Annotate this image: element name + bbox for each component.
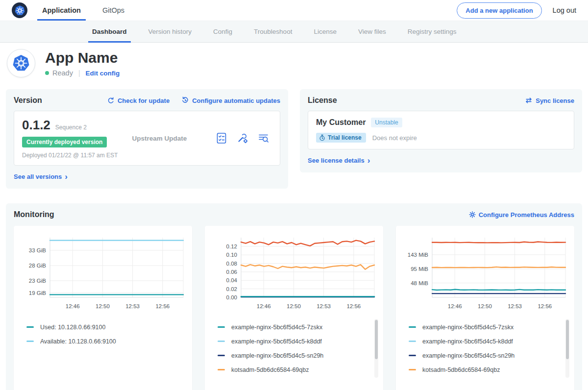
page-title: App Name xyxy=(45,49,120,66)
charts-row: 12:4612:5012:5312:5633 GiB28 GiB23 GiB19… xyxy=(14,226,574,390)
update-type-label: Upstream Update xyxy=(132,135,215,142)
legend-item: example-nginx-5bc6f5d4c5-k8ddf xyxy=(409,334,569,348)
status-text: Ready xyxy=(52,69,73,77)
svg-text:12:46: 12:46 xyxy=(257,303,271,309)
legend-swatch xyxy=(218,341,225,342)
configure-prometheus-link[interactable]: Configure Prometheus Address xyxy=(469,211,574,219)
config-wrench-icon[interactable] xyxy=(236,132,249,145)
subnav-tab-config[interactable]: Config xyxy=(202,21,243,42)
current-version-box: 0.1.2 Sequence 2 Currently deployed vers… xyxy=(14,111,280,166)
legend-label: example-nginx-5bc6f5d4c5-k8ddf xyxy=(231,338,322,345)
svg-text:48 MiB: 48 MiB xyxy=(411,280,428,286)
app-header: App Name Ready | Edit config xyxy=(0,43,588,84)
svg-text:12:56: 12:56 xyxy=(155,303,170,309)
version-number: 0.1.2 xyxy=(22,118,50,133)
configure-automatic-updates-link[interactable]: Configure automatic updates xyxy=(181,97,280,104)
svg-text:0.06: 0.06 xyxy=(226,269,237,275)
top-nav-right: Add a new application Log out xyxy=(457,2,576,19)
subnav-tab-registry-settings[interactable]: Registry settings xyxy=(397,21,467,42)
svg-text:12:46: 12:46 xyxy=(66,303,80,309)
legend-label: Used: 10.128.0.66:9100 xyxy=(40,324,105,331)
memory-usage-chart: 12:4612:5012:5312:56143 MiB95 MiB48 MiB xyxy=(401,232,569,313)
svg-text:12:56: 12:56 xyxy=(538,303,552,309)
check-for-update-link[interactable]: Check for update xyxy=(107,97,170,104)
subnav-tab-dashboard[interactable]: Dashboard xyxy=(81,21,138,42)
disk-usage-chart-card: 12:4612:5012:5312:5633 GiB28 GiB23 GiB19… xyxy=(14,226,192,390)
legend-label: example-nginx-5bc6f5d4c5-sn29h xyxy=(231,352,323,359)
legend-swatch xyxy=(409,355,416,356)
see-all-versions-link[interactable]: See all versions› xyxy=(14,173,68,180)
svg-text:0.04: 0.04 xyxy=(226,277,238,283)
cards-row: Version Check for update xyxy=(0,89,588,189)
chevron-right-icon: › xyxy=(368,158,370,163)
deploy-logs-icon[interactable] xyxy=(257,132,270,145)
chevron-right-icon: › xyxy=(65,174,68,179)
logout-link[interactable]: Log out xyxy=(553,6,576,14)
subnav-tab-view-files[interactable]: View files xyxy=(347,21,397,42)
channel-badge: Unstable xyxy=(371,118,402,127)
subnav-tab-license[interactable]: License xyxy=(303,21,347,42)
tab-application[interactable]: Application xyxy=(42,0,81,21)
subnav-tab-version-history[interactable]: Version history xyxy=(138,21,203,42)
legend-swatch xyxy=(218,326,225,328)
legend-scrollbar[interactable] xyxy=(374,319,378,378)
edit-config-link[interactable]: Edit config xyxy=(86,70,120,77)
svg-text:12:50: 12:50 xyxy=(96,303,110,309)
legend-swatch xyxy=(26,341,34,342)
memory-usage-legend: example-nginx-5bc6f5d4c5-7zskxexample-ng… xyxy=(401,320,569,377)
svg-text:28 GiB: 28 GiB xyxy=(29,263,46,268)
see-license-details-link[interactable]: See license details› xyxy=(308,157,370,164)
svg-text:0.12: 0.12 xyxy=(226,244,237,249)
version-card-title: Version xyxy=(14,96,42,105)
version-card: Version Check for update xyxy=(6,89,288,189)
legend-swatch xyxy=(26,326,34,328)
legend-label: kotsadm-5db6dc6584-69qbz xyxy=(422,366,500,373)
subnav-tab-troubleshoot[interactable]: Troubleshoot xyxy=(243,21,303,42)
cpu-usage-chart: 12:4612:5012:5312:560.120.100.080.060.04… xyxy=(210,232,378,313)
license-expiry: Does not expire xyxy=(372,134,417,142)
status-dot-icon xyxy=(45,71,49,75)
app-kubernetes-icon xyxy=(7,49,35,77)
top-nav: Application GitOps Add a new application… xyxy=(0,0,588,21)
svg-text:19 GiB: 19 GiB xyxy=(29,290,46,296)
deployed-badge: Currently deployed version xyxy=(22,137,107,147)
svg-text:12:50: 12:50 xyxy=(478,303,492,309)
add-application-button[interactable]: Add a new application xyxy=(457,2,541,19)
legend-item: example-nginx-5bc6f5d4c5-7zskx xyxy=(218,320,378,334)
svg-text:23 GiB: 23 GiB xyxy=(29,278,46,284)
legend-label: Available: 10.128.0.66:9100 xyxy=(40,338,116,345)
legend-item: kotsadm-5db6dc6584-69qbz xyxy=(409,363,569,377)
sync-arrows-icon xyxy=(525,97,533,104)
svg-text:0.08: 0.08 xyxy=(226,261,237,267)
license-type-badge: Trial license xyxy=(316,133,366,143)
legend-swatch xyxy=(218,369,225,370)
memory-usage-chart-card: 12:4612:5012:5312:56143 MiB95 MiB48 MiB … xyxy=(396,226,574,390)
customer-name: My Customer xyxy=(316,118,366,127)
legend-swatch xyxy=(409,326,416,328)
legend-item: Available: 10.128.0.66:9100 xyxy=(26,334,187,348)
cpu-usage-chart-card: 12:4612:5012:5312:560.120.100.080.060.04… xyxy=(205,226,383,390)
svg-text:0.02: 0.02 xyxy=(226,286,237,292)
svg-text:143 MiB: 143 MiB xyxy=(408,252,429,258)
disk-usage-legend: Used: 10.128.0.66:9100Available: 10.128.… xyxy=(19,320,187,348)
legend-swatch xyxy=(409,341,416,342)
license-details-box: My Customer Unstable Trial license Does … xyxy=(308,111,574,149)
svg-text:0.10: 0.10 xyxy=(226,252,237,258)
monitoring-title: Monitoring xyxy=(14,210,54,219)
divider: | xyxy=(78,69,80,77)
app-title-block: App Name Ready | Edit config xyxy=(45,49,120,77)
legend-item: kotsadm-5db6dc6584-69qbz xyxy=(218,363,378,377)
sync-license-link[interactable]: Sync license xyxy=(525,97,574,104)
app-status-row: Ready | Edit config xyxy=(45,69,120,77)
legend-scrollbar[interactable] xyxy=(565,319,569,378)
legend-item: example-nginx-5bc6f5d4c5-sn29h xyxy=(409,348,569,363)
clock-refresh-icon xyxy=(181,97,189,104)
legend-item: example-nginx-5bc6f5d4c5-sn29h xyxy=(218,348,378,363)
legend-item: example-nginx-5bc6f5d4c5-7zskx xyxy=(409,320,569,334)
license-card: License Sync license My Customer Unstabl… xyxy=(300,89,582,172)
disk-usage-chart: 12:4612:5012:5312:5633 GiB28 GiB23 GiB19… xyxy=(19,232,187,313)
version-sequence: Sequence 2 xyxy=(55,124,87,131)
tab-gitops[interactable]: GitOps xyxy=(102,0,124,21)
gear-icon xyxy=(469,211,476,218)
preflight-checks-icon[interactable] xyxy=(215,132,228,145)
